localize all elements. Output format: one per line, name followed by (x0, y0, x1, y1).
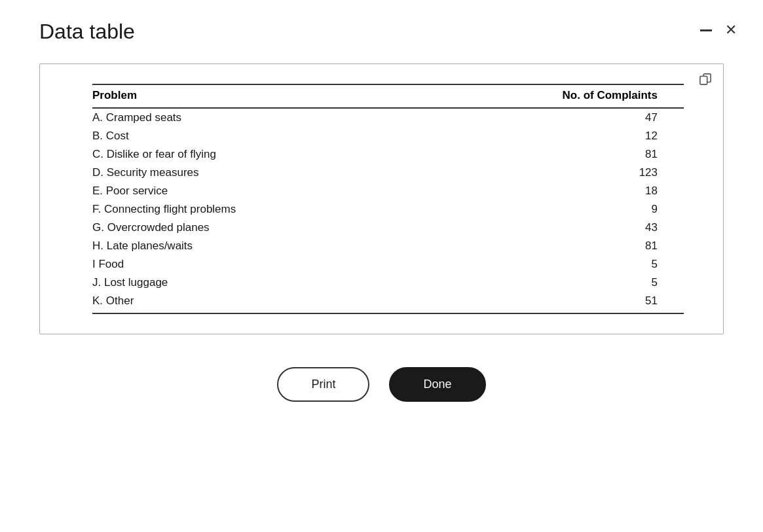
row-label: D. Security measures (92, 164, 467, 182)
buttons-row: Print Done (39, 367, 724, 402)
row-value: 5 (467, 255, 684, 274)
row-value: 123 (467, 164, 684, 182)
table-row: F. Connecting flight problems9 (92, 200, 684, 219)
row-value: 81 (467, 237, 684, 255)
row-value: 9 (467, 200, 684, 219)
minimize-button[interactable] (700, 29, 712, 31)
copy-icon[interactable] (699, 73, 711, 88)
table-row: A. Cramped seats47 (92, 108, 684, 127)
print-button[interactable]: Print (277, 367, 369, 402)
table-row: B. Cost12 (92, 127, 684, 145)
row-value: 5 (467, 274, 684, 292)
row-label: H. Late planes/waits (92, 237, 467, 255)
close-button[interactable]: ✕ (725, 23, 737, 37)
row-label: A. Cramped seats (92, 108, 467, 127)
table-row: I Food5 (92, 255, 684, 274)
window-controls: ✕ (700, 20, 737, 37)
table-row: D. Security measures123 (92, 164, 684, 182)
table-row: H. Late planes/waits81 (92, 237, 684, 255)
row-value: 18 (467, 182, 684, 200)
row-value: 12 (467, 127, 684, 145)
table-row: G. Overcrowded planes43 (92, 219, 684, 237)
row-label: B. Cost (92, 127, 467, 145)
row-label: I Food (92, 255, 467, 274)
table-container: Problem No. of Complaints A. Cramped sea… (39, 63, 724, 334)
row-label: G. Overcrowded planes (92, 219, 467, 237)
col-header-complaints: No. of Complaints (467, 84, 684, 108)
data-table: Problem No. of Complaints A. Cramped sea… (92, 84, 684, 314)
row-label: E. Poor service (92, 182, 467, 200)
table-row: J. Lost luggage5 (92, 274, 684, 292)
row-label: C. Dislike or fear of flying (92, 145, 467, 164)
row-label: J. Lost luggage (92, 274, 467, 292)
main-content: Problem No. of Complaints A. Cramped sea… (0, 57, 763, 421)
table-row: C. Dislike or fear of flying81 (92, 145, 684, 164)
table-header-row: Problem No. of Complaints (92, 84, 684, 108)
row-value: 51 (467, 292, 684, 313)
title-bar: Data table ✕ (0, 0, 763, 57)
svg-rect-1 (700, 77, 707, 85)
page-title: Data table (39, 20, 135, 44)
table-row: E. Poor service18 (92, 182, 684, 200)
row-value: 43 (467, 219, 684, 237)
row-value: 47 (467, 108, 684, 127)
col-header-problem: Problem (92, 84, 467, 108)
table-row: K. Other51 (92, 292, 684, 313)
row-value: 81 (467, 145, 684, 164)
row-label: F. Connecting flight problems (92, 200, 467, 219)
done-button[interactable]: Done (389, 367, 485, 402)
row-label: K. Other (92, 292, 467, 313)
